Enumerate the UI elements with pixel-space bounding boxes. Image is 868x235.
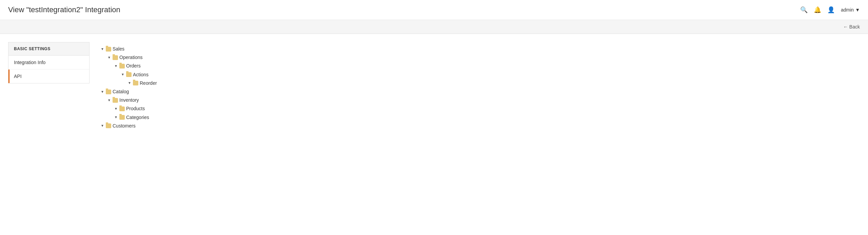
tree-label-actions: Actions bbox=[133, 71, 149, 79]
tree-label-sales: Sales bbox=[113, 45, 124, 53]
tree-node-orders: ▼ Orders bbox=[100, 62, 860, 70]
tree-label-orders: Orders bbox=[126, 62, 141, 70]
folder-icon-inventory bbox=[113, 98, 118, 103]
arrow-actions: ▼ bbox=[121, 72, 125, 78]
tree-node-catalog: ▼ Catalog bbox=[100, 87, 860, 96]
tree-label-operations: Operations bbox=[119, 53, 142, 62]
tree-label-inventory: Inventory bbox=[119, 96, 139, 104]
back-bar: ← Back bbox=[0, 20, 868, 34]
notification-icon[interactable]: 🔔 bbox=[814, 6, 821, 14]
folder-icon-reorder bbox=[133, 81, 138, 85]
folder-icon-products bbox=[119, 106, 125, 111]
sidebar-item-api[interactable]: API bbox=[8, 70, 89, 83]
tree-node-products: ▼ Products bbox=[100, 104, 860, 113]
admin-menu[interactable]: admin ▼ bbox=[841, 7, 860, 13]
tree-label-products: Products bbox=[126, 104, 145, 113]
back-button[interactable]: ← Back bbox=[843, 24, 860, 30]
tree-node-inventory: ▼ Inventory bbox=[100, 96, 860, 104]
arrow-sales: ▼ bbox=[100, 46, 104, 52]
arrow-operations: ▼ bbox=[107, 55, 111, 61]
arrow-inventory: ▼ bbox=[107, 97, 111, 103]
sidebar-section-title: BASIC SETTINGS bbox=[8, 42, 90, 56]
arrow-products: ▼ bbox=[114, 106, 118, 112]
tree-label-categories: Categories bbox=[126, 113, 149, 122]
sidebar-items: Integration Info API bbox=[8, 56, 90, 83]
folder-icon-operations bbox=[113, 55, 118, 60]
folder-icon-customers bbox=[106, 123, 111, 128]
dropdown-arrow: ▼ bbox=[855, 7, 860, 13]
sidebar: BASIC SETTINGS Integration Info API bbox=[8, 42, 90, 133]
page-title: View "testIntegration2" Integration bbox=[8, 5, 120, 14]
tree-label-customers: Customers bbox=[113, 122, 136, 130]
tree-node-categories: ▼ Categories bbox=[100, 113, 860, 122]
sidebar-item-integration-info[interactable]: Integration Info bbox=[8, 56, 89, 70]
header: View "testIntegration2" Integration 🔍 🔔 … bbox=[0, 0, 868, 20]
arrow-orders: ▼ bbox=[114, 63, 118, 69]
arrow-catalog: ▼ bbox=[100, 89, 104, 95]
search-icon[interactable]: 🔍 bbox=[800, 6, 808, 14]
folder-icon-actions bbox=[126, 72, 132, 77]
tree-label-reorder: Reorder bbox=[140, 79, 157, 87]
header-icons: 🔍 🔔 👤 admin ▼ bbox=[800, 6, 860, 14]
tree-node-sales: ▼ Sales bbox=[100, 45, 860, 53]
folder-icon-categories bbox=[119, 115, 125, 120]
folder-icon-orders bbox=[119, 64, 125, 68]
arrow-reorder: ▼ bbox=[127, 80, 132, 86]
admin-label-text: admin bbox=[841, 7, 854, 13]
tree-node-actions: ▼ Actions bbox=[100, 71, 860, 79]
user-icon: 👤 bbox=[827, 6, 835, 14]
tree-node-customers: ▼ Customers bbox=[100, 122, 860, 130]
tree-node-reorder: ▼ Reorder bbox=[100, 79, 860, 87]
tree-label-catalog: Catalog bbox=[113, 87, 129, 96]
arrow-categories: ▼ bbox=[114, 114, 118, 120]
tree-container: ▼ Sales ▼ Operations ▼ Orders ▼ bbox=[100, 42, 860, 133]
folder-icon-sales bbox=[106, 47, 111, 52]
folder-icon-catalog bbox=[106, 90, 111, 94]
arrow-customers: ▼ bbox=[100, 123, 104, 129]
tree-node-operations: ▼ Operations bbox=[100, 53, 860, 62]
main-content: BASIC SETTINGS Integration Info API ▼ Sa… bbox=[0, 34, 868, 141]
